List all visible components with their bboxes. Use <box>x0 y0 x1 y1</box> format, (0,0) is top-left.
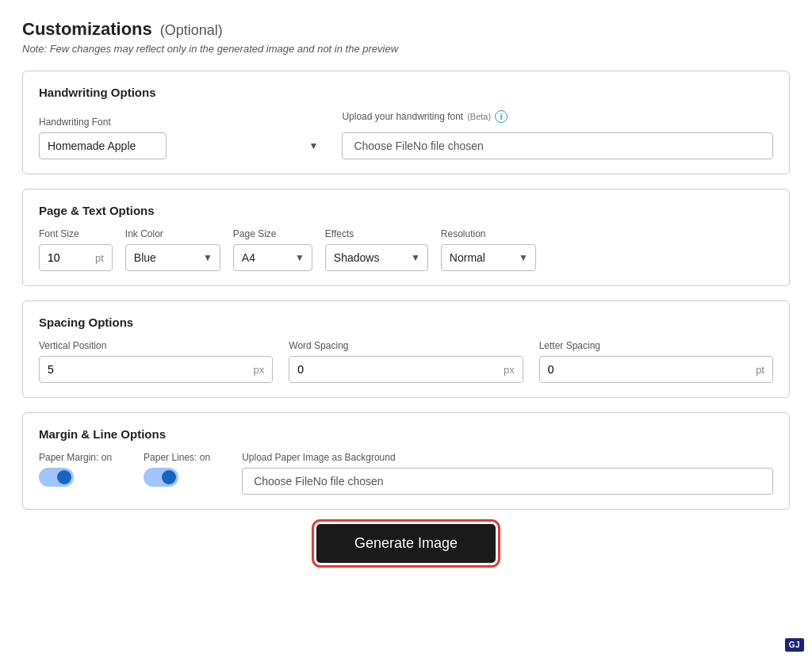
word-spacing-unit: px <box>496 358 523 382</box>
vertical-position-unit: px <box>246 358 273 382</box>
word-spacing-group: Word Spacing px <box>289 340 523 383</box>
vertical-position-label: Vertical Position <box>39 340 273 351</box>
paper-margin-toggle-group: Paper Margin: on <box>39 452 112 487</box>
paper-margin-slider <box>39 468 74 487</box>
page-size-group: Page Size A4 A3 Letter Legal ▼ <box>233 228 312 271</box>
page-text-row: Font Size pt Ink Color Blue Black Red Gr… <box>39 228 773 271</box>
ink-color-select[interactable]: Blue Black Red Green <box>125 244 220 271</box>
ink-color-label: Ink Color <box>125 228 220 239</box>
title-optional: (Optional) <box>160 22 223 38</box>
generate-button-area: Generate Image <box>22 524 790 563</box>
resolution-group: Resolution Normal High Low ▼ <box>441 228 536 271</box>
letter-spacing-unit: pt <box>748 358 772 382</box>
effects-group: Effects Shadows None Blur ▼ <box>325 228 428 271</box>
handwriting-font-select[interactable]: Homemade Apple Caveat Patrick Hand Danci… <box>39 132 167 159</box>
effects-select-wrapper[interactable]: Shadows None Blur ▼ <box>325 244 428 271</box>
ink-color-select-wrapper[interactable]: Blue Black Red Green ▼ <box>125 244 220 271</box>
letter-spacing-input[interactable] <box>540 357 748 382</box>
upload-bg-label: Upload Paper Image as Background <box>242 452 773 463</box>
spacing-row: Vertical Position px Word Spacing px Let… <box>39 340 773 383</box>
paper-lines-toggle[interactable] <box>144 468 178 487</box>
page-title: Customizations (Optional) <box>22 19 790 40</box>
letter-spacing-input-wrapper: pt <box>539 356 773 383</box>
handwriting-font-select-wrapper[interactable]: Homemade Apple Caveat Patrick Hand Danci… <box>39 132 326 159</box>
word-spacing-label: Word Spacing <box>289 340 523 351</box>
vertical-position-input[interactable] <box>40 357 246 382</box>
resolution-label: Resolution <box>441 228 536 239</box>
upload-bg-group: Upload Paper Image as Background Choose … <box>242 452 773 495</box>
font-size-label: Font Size <box>39 228 113 239</box>
resolution-select-wrapper[interactable]: Normal High Low ▼ <box>441 244 536 271</box>
paper-lines-toggle-group: Paper Lines: on <box>144 452 210 487</box>
spacing-options-section: Spacing Options Vertical Position px Wor… <box>22 300 790 398</box>
handwriting-font-label: Handwriting Font <box>39 117 326 128</box>
spacing-section-title: Spacing Options <box>39 316 773 329</box>
handwriting-row: Handwriting Font Homemade Apple Caveat P… <box>39 110 773 159</box>
upload-font-label: Upload your handwriting font (Beta) i <box>342 110 773 123</box>
font-size-input[interactable] <box>40 245 87 270</box>
page-text-options-section: Page & Text Options Font Size pt Ink Col… <box>22 189 790 286</box>
effects-label: Effects <box>325 228 428 239</box>
paper-margin-label: Paper Margin: on <box>39 452 112 463</box>
page-size-select[interactable]: A4 A3 Letter Legal <box>233 244 312 271</box>
letter-spacing-group: Letter Spacing pt <box>539 340 773 383</box>
page-text-section-title: Page & Text Options <box>39 204 773 217</box>
font-size-group: Font Size pt <box>39 228 113 271</box>
page-note: Note: Few changes may reflect only in th… <box>22 43 790 55</box>
paper-lines-slider <box>144 468 178 487</box>
margin-line-options-section: Margin & Line Options Paper Margin: on P… <box>22 412 790 510</box>
handwriting-options-section: Handwriting Options Handwriting Font Hom… <box>22 71 790 174</box>
page-size-select-wrapper[interactable]: A4 A3 Letter Legal ▼ <box>233 244 312 271</box>
font-size-unit: pt <box>87 246 112 270</box>
font-file-upload[interactable]: Choose FileNo file chosen <box>342 132 773 159</box>
title-text: Customizations <box>22 19 152 39</box>
vertical-position-input-wrapper: px <box>39 356 273 383</box>
info-icon[interactable]: i <box>495 110 508 123</box>
watermark: GJ <box>785 638 804 652</box>
ink-color-group: Ink Color Blue Black Red Green ▼ <box>125 228 220 271</box>
paper-margin-toggle[interactable] <box>39 468 74 487</box>
margin-line-section-title: Margin & Line Options <box>39 427 773 441</box>
vertical-position-group: Vertical Position px <box>39 340 273 383</box>
margin-row: Paper Margin: on Paper Lines: on Upload … <box>39 452 773 495</box>
word-spacing-input[interactable] <box>289 357 496 382</box>
handwriting-font-group: Handwriting Font Homemade Apple Caveat P… <box>39 117 326 159</box>
letter-spacing-label: Letter Spacing <box>539 340 773 351</box>
word-spacing-input-wrapper: px <box>289 356 523 383</box>
effects-select[interactable]: Shadows None Blur <box>325 244 428 271</box>
page-size-label: Page Size <box>233 228 312 239</box>
generate-image-button[interactable]: Generate Image <box>316 524 496 563</box>
chevron-down-icon: ▼ <box>309 140 319 151</box>
handwriting-section-title: Handwriting Options <box>39 86 773 99</box>
handwriting-upload-group: Upload your handwriting font (Beta) i Ch… <box>342 110 773 159</box>
paper-lines-label: Paper Lines: on <box>144 452 210 463</box>
font-size-input-wrapper: pt <box>39 244 113 271</box>
resolution-select[interactable]: Normal High Low <box>441 244 536 271</box>
bg-file-upload[interactable]: Choose FileNo file chosen <box>242 468 773 495</box>
